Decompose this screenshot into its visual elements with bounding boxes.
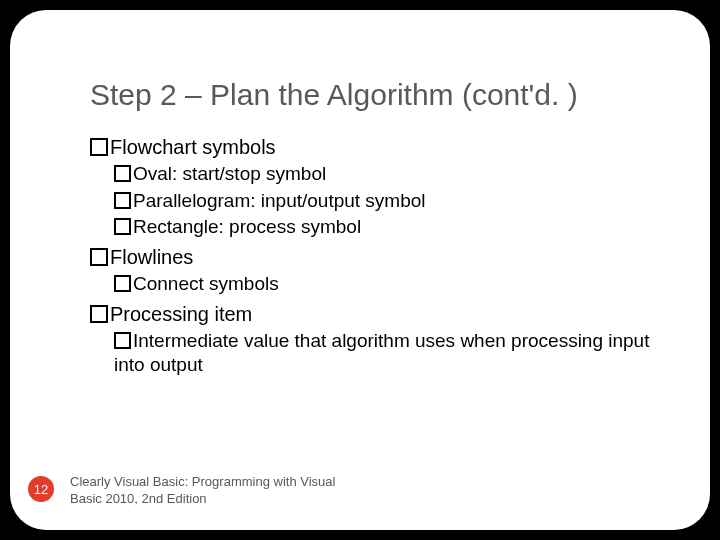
bullet-flowchart-symbols: Flowchart symbols [90, 134, 650, 160]
bullet-icon [114, 192, 131, 209]
bullet-text: Rectangle: process symbol [133, 216, 361, 237]
slide: Step 2 – Plan the Algorithm (cont'd. ) F… [10, 10, 710, 530]
bullet-icon [114, 218, 131, 235]
bullet-text: Oval: start/stop symbol [133, 163, 326, 184]
bullet-icon [114, 275, 131, 292]
bullet-text: Parallelogram: input/output symbol [133, 190, 426, 211]
bullet-icon [90, 305, 108, 323]
bullet-processing-item: Processing item [90, 301, 650, 327]
bullet-text: Intermediate value that algorithm uses w… [114, 330, 649, 376]
slide-content: Flowchart symbols Oval: start/stop symbo… [90, 134, 650, 378]
bullet-icon [114, 332, 131, 349]
bullet-flowlines: Flowlines [90, 244, 650, 270]
subbullet-parallelogram: Parallelogram: input/output symbol [114, 189, 650, 214]
page-number-badge: 12 [28, 476, 54, 502]
bullet-text: Flowlines [110, 246, 193, 268]
subbullet-connect: Connect symbols [114, 272, 650, 297]
bullet-text: Connect symbols [133, 273, 279, 294]
bullet-text: Processing item [110, 303, 252, 325]
subbullet-oval: Oval: start/stop symbol [114, 162, 650, 187]
bullet-icon [114, 165, 131, 182]
subbullet-intermediate: Intermediate value that algorithm uses w… [114, 329, 650, 378]
bullet-icon [90, 138, 108, 156]
page-number: 12 [34, 482, 48, 497]
bullet-icon [90, 248, 108, 266]
slide-title: Step 2 – Plan the Algorithm (cont'd. ) [90, 78, 650, 112]
subbullet-rectangle: Rectangle: process symbol [114, 215, 650, 240]
footer-text: Clearly Visual Basic: Programming with V… [70, 474, 370, 508]
bullet-text: Flowchart symbols [110, 136, 276, 158]
